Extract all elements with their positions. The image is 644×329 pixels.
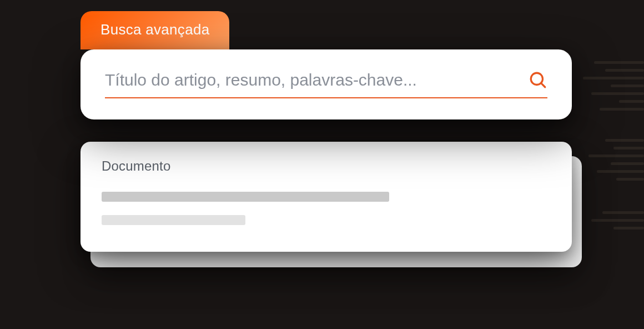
skeleton-line <box>102 215 245 225</box>
result-type-label: Documento <box>102 158 551 174</box>
search-widget: Busca avançada Documento <box>80 11 572 252</box>
svg-line-1 <box>541 83 545 87</box>
search-card <box>80 49 572 119</box>
search-icon[interactable] <box>529 71 547 89</box>
background-decoration <box>577 56 644 278</box>
search-input[interactable] <box>105 71 517 89</box>
skeleton-line <box>102 192 389 202</box>
tab-label: Busca avançada <box>100 21 209 38</box>
results-stack: Documento <box>80 142 572 252</box>
result-card[interactable]: Documento <box>80 142 572 252</box>
search-field <box>105 71 547 98</box>
advanced-search-tab[interactable]: Busca avançada <box>80 11 229 49</box>
